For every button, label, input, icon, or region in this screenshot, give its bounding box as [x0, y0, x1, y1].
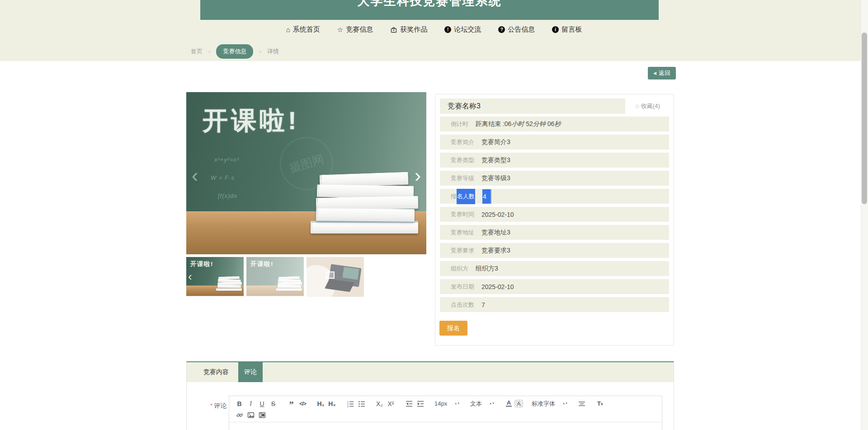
laptop-image: [307, 257, 364, 297]
nav-item-messageboard[interactable]: i 留言板: [552, 25, 582, 34]
chalk-note: x²+y²=c²: [214, 156, 240, 163]
nav-item-announcements[interactable]: ? 公告信息: [498, 25, 535, 34]
tab-competition-content[interactable]: 竞赛内容: [196, 362, 236, 382]
briefcase-icon: [390, 26, 397, 33]
app-title: 大学生科技竞赛管理系统: [200, 0, 659, 8]
superscript-button[interactable]: X²: [385, 398, 396, 409]
detail-row-clicks: 点击次数 7: [440, 297, 669, 312]
background-color-button[interactable]: A: [514, 400, 523, 407]
subscript-button[interactable]: X₂: [374, 398, 385, 409]
chalk-note: ∫f(x)dx: [218, 192, 237, 199]
competition-title: 竞赛名称3: [440, 98, 625, 114]
comment-text-area[interactable]: [229, 422, 662, 430]
font-family-dropdown[interactable]: 标准字体 ▲▼: [530, 400, 570, 408]
image-button[interactable]: [245, 410, 256, 420]
star-outline-icon: ☆: [634, 103, 640, 109]
competition-detail-panel: 竞赛名称3 ☆ 收藏(4) 倒计时 距离结束 :06小时 52分钟 06秒 竞赛…: [435, 94, 674, 346]
back-button-label: 返回: [659, 69, 670, 77]
updown-arrows-icon: ▲▼: [454, 402, 460, 405]
outdent-button[interactable]: [403, 398, 415, 409]
detail-row-intro: 竞赛简介 竞赛简介3: [440, 135, 669, 150]
clear-format-button[interactable]: Tx: [594, 398, 606, 409]
back-arrow-icon: ◀: [653, 71, 656, 75]
align-icon: [578, 400, 585, 407]
nav-item-competitions[interactable]: ☆ 竞赛信息: [337, 25, 373, 34]
comment-editor: B I U S ” </> H₁ H₂ 123: [229, 396, 662, 430]
countdown-value: 距离结束 :06小时 52分钟 06秒: [476, 120, 561, 128]
strikethrough-button[interactable]: S: [268, 398, 279, 409]
breadcrumb-separator: >: [259, 49, 261, 54]
detail-row-time: 竞赛时间 2025-02-10: [440, 207, 669, 222]
code-button[interactable]: </>: [297, 398, 308, 409]
tab-comments[interactable]: 评论: [238, 362, 263, 382]
text-color-button[interactable]: A: [503, 398, 514, 409]
updown-arrows-icon: ▲▼: [562, 402, 568, 405]
nav-label: 留言板: [561, 25, 582, 34]
chalkboard-caption: 开课啦!: [203, 104, 300, 138]
nav-label: 公告信息: [508, 25, 535, 34]
nav-label: 论坛交流: [454, 25, 481, 34]
favorite-label: 收藏(4): [641, 102, 660, 110]
font-size-dropdown[interactable]: 14px ▲▼: [433, 400, 462, 407]
ordered-list-button[interactable]: 123: [344, 398, 356, 409]
svg-text:3: 3: [347, 405, 349, 407]
ordered-list-icon: 123: [347, 400, 354, 407]
breadcrumb: 首页 > 竞赛信息 > 详情: [191, 45, 279, 58]
video-button[interactable]: [256, 410, 268, 420]
carousel-next-icon[interactable]: ›: [415, 166, 421, 185]
nav-item-awards[interactable]: 获奖作品: [390, 25, 427, 34]
underline-button[interactable]: U: [256, 398, 268, 409]
nav-item-forum[interactable]: ! 论坛交流: [444, 25, 481, 34]
updown-arrows-icon: ▲▼: [489, 402, 495, 405]
chalk-note: W = F·s: [211, 174, 235, 181]
breadcrumb-current-pill[interactable]: 竞赛信息: [216, 44, 253, 59]
indent-button[interactable]: [415, 398, 426, 409]
heading2-button[interactable]: H₂: [326, 398, 338, 409]
detail-row-address: 竞赛地址 竞赛地址3: [440, 225, 669, 240]
nav-label: 系统首页: [293, 25, 320, 34]
nav-label: 获奖作品: [400, 25, 427, 34]
bold-button[interactable]: B: [234, 398, 245, 409]
comments-section: 竞赛内容 评论 *评论 B I U S ” </> H₁ H₂ 123: [186, 361, 674, 430]
page-scrollbar-track[interactable]: [861, 0, 868, 430]
favorite-button[interactable]: ☆ 收藏(4): [625, 98, 669, 114]
signup-button[interactable]: 报名: [439, 321, 467, 336]
format-dropdown[interactable]: 文本 ▲▼: [468, 400, 496, 408]
home-icon: ⌂: [286, 26, 290, 33]
unordered-list-button[interactable]: [356, 398, 367, 409]
brand-header: 大学生科技竞赛管理系统: [200, 0, 659, 20]
page-scrollbar-thumb[interactable]: [862, 33, 867, 204]
breadcrumb-detail: 详情: [267, 47, 279, 56]
nav-label: 竞赛信息: [346, 25, 373, 34]
carousel-thumbnail-2[interactable]: 开课啦!: [246, 257, 304, 297]
required-mark: *: [210, 402, 212, 409]
heading1-button[interactable]: H₁: [315, 398, 326, 409]
detail-row-countdown: 倒计时 距离结束 :06小时 52分钟 06秒: [440, 117, 669, 131]
back-button[interactable]: ◀ 返回: [648, 67, 676, 79]
carousel-prev-icon[interactable]: ‹: [192, 166, 198, 185]
info-circle-icon: i: [552, 26, 559, 33]
link-button[interactable]: [234, 410, 245, 420]
carousel-thumbnail-3[interactable]: [307, 257, 364, 297]
link-icon: [236, 411, 243, 419]
detail-row-type: 竞赛类型 竞赛类型3: [440, 153, 669, 168]
detail-row-enrollment: 报名人数 4: [440, 189, 669, 204]
thumbnail-prev-icon[interactable]: ‹: [188, 271, 192, 282]
image-icon: [247, 411, 255, 419]
content-tabs: 竞赛内容 评论: [187, 362, 674, 382]
indent-icon: [417, 400, 424, 407]
nav-item-home[interactable]: ⌂ 系统首页: [286, 25, 320, 34]
carousel-thumbnail-1[interactable]: 开课啦! ‹: [186, 257, 244, 297]
main-nav: ⌂ 系统首页 ☆ 竞赛信息 获奖作品 ! 论坛交流 ? 公告信息 i 留言板: [0, 25, 868, 34]
comment-field-label: *评论: [210, 402, 226, 410]
italic-button[interactable]: I: [245, 398, 256, 409]
competition-image-carousel: 开课啦! x²+y²=c² W = F·s ∫f(x)dx 摄图网 ‹ ›: [186, 92, 426, 254]
detail-row-level: 竞赛等级 竞赛等级3: [440, 171, 669, 186]
align-button[interactable]: [576, 398, 588, 409]
blockquote-button[interactable]: ”: [286, 398, 297, 409]
breadcrumb-home[interactable]: 首页: [191, 47, 203, 56]
detail-row-publish-date: 发布日期 2025-02-10: [440, 279, 669, 294]
star-icon: ☆: [337, 26, 343, 33]
unordered-list-icon: [358, 400, 365, 407]
selected-text: 名人数: [457, 189, 475, 204]
